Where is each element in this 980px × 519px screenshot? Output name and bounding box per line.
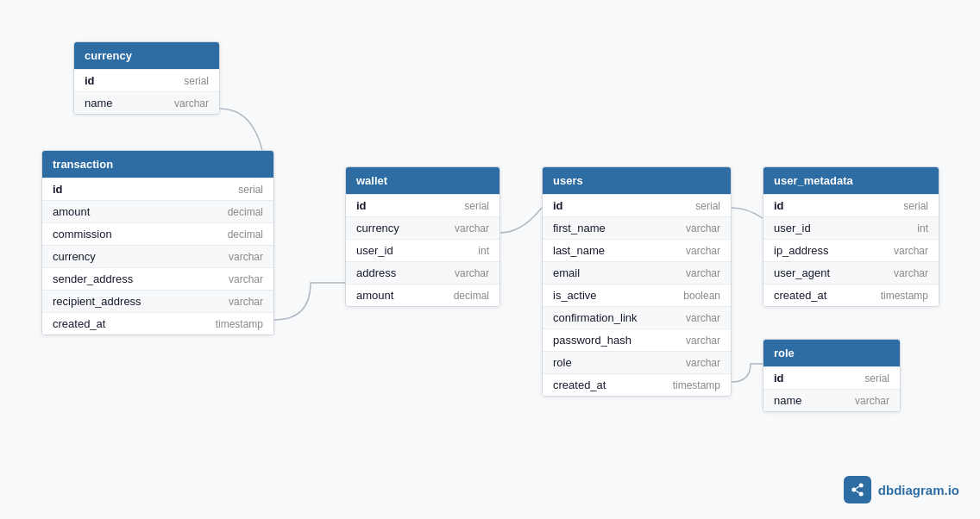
table-transaction: transaction id serial amount decimal com…: [41, 150, 274, 335]
table-row: sender_address varchar: [42, 267, 273, 290]
table-row: created_at timestamp: [763, 284, 939, 306]
table-wallet-header: wallet: [346, 167, 499, 194]
table-user-metadata: user_metadata id serial user_id int ip_a…: [763, 166, 939, 307]
svg-point-2: [858, 492, 863, 497]
table-user-metadata-header: user_metadata: [763, 167, 939, 194]
table-row: id serial: [74, 69, 219, 91]
table-users-header: users: [543, 167, 731, 194]
table-users: users id serial first_name varchar last_…: [542, 166, 732, 397]
svg-line-3: [856, 486, 858, 489]
table-row: created_at timestamp: [543, 373, 731, 396]
diagram-canvas: currency id serial name varchar transact…: [0, 0, 980, 519]
table-currency-header: currency: [74, 42, 219, 69]
table-row: last_name varchar: [543, 239, 731, 261]
watermark-icon: [844, 476, 871, 503]
svg-point-0: [851, 488, 856, 492]
table-row: confirmation_link varchar: [543, 306, 731, 328]
table-wallet: wallet id serial currency varchar user_i…: [345, 166, 500, 307]
svg-line-4: [856, 491, 858, 493]
table-row: id serial: [543, 194, 731, 216]
table-row: role varchar: [543, 351, 731, 373]
table-transaction-header: transaction: [42, 151, 273, 178]
table-row: id serial: [763, 366, 900, 389]
table-row: commission decimal: [42, 222, 273, 245]
table-role: role id serial name varchar: [763, 339, 901, 412]
svg-point-1: [858, 484, 863, 488]
table-role-header: role: [763, 340, 900, 366]
table-currency: currency id serial name varchar: [73, 41, 220, 115]
table-row: created_at timestamp: [42, 312, 273, 335]
table-row: id serial: [42, 178, 273, 200]
table-row: ip_address varchar: [763, 239, 939, 261]
table-row: amount decimal: [346, 284, 499, 306]
table-row: id serial: [763, 194, 939, 216]
watermark-text: dbdiagram.io: [878, 483, 959, 497]
table-row: user_agent varchar: [763, 261, 939, 284]
table-row: is_active boolean: [543, 284, 731, 306]
table-row: amount decimal: [42, 200, 273, 222]
table-row: name varchar: [763, 389, 900, 411]
table-row: name varchar: [74, 91, 219, 114]
table-row: recipient_address varchar: [42, 290, 273, 312]
table-row: user_id int: [763, 216, 939, 239]
table-row: password_hash varchar: [543, 328, 731, 351]
table-row: id serial: [346, 194, 499, 216]
table-row: currency varchar: [42, 245, 273, 267]
table-row: email varchar: [543, 261, 731, 284]
table-row: currency varchar: [346, 216, 499, 239]
table-row: user_id int: [346, 239, 499, 261]
table-row: address varchar: [346, 261, 499, 284]
table-row: first_name varchar: [543, 216, 731, 239]
watermark: dbdiagram.io: [844, 476, 959, 503]
